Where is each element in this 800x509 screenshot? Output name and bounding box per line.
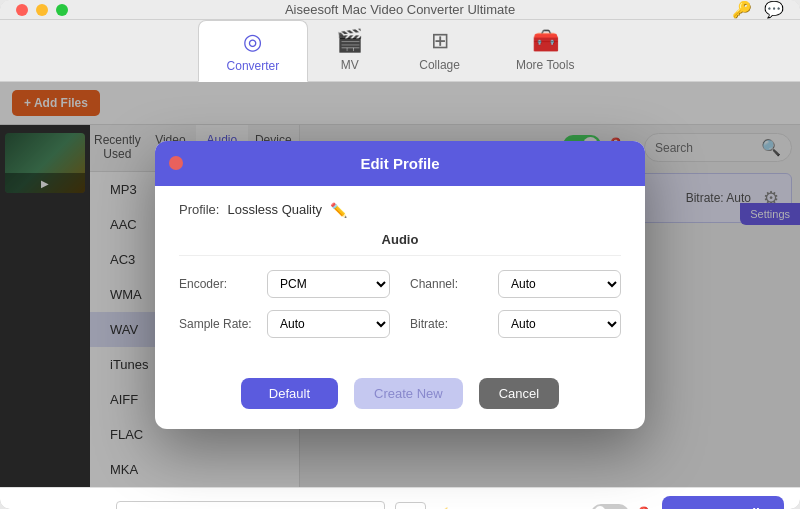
bitrate-label: Bitrate: <box>410 317 490 331</box>
modal-footer: Default Create New Cancel <box>155 378 645 429</box>
collage-icon: ⊞ <box>431 28 449 54</box>
form-grid: Encoder: PCM Channel: Auto <box>179 270 621 338</box>
channel-label: Channel: <box>410 277 490 291</box>
faster-conversion: ⚡ 120x Faster Conversion OFF ❓ <box>436 504 651 509</box>
bitrate-select[interactable]: Auto <box>498 310 621 338</box>
default-button[interactable]: Default <box>241 378 338 409</box>
traffic-lights <box>16 4 68 16</box>
key-icon[interactable]: 🔑 <box>732 0 752 19</box>
modal-title: Edit Profile <box>360 155 439 172</box>
sample-rate-label: Sample Rate: <box>179 317 259 331</box>
converter-icon: ◎ <box>243 29 262 55</box>
tab-collage[interactable]: ⊞ Collage <box>391 20 488 81</box>
title-icons: 🔑 💬 <box>732 0 784 19</box>
channel-select[interactable]: Auto <box>498 270 621 298</box>
modal-body: Profile: Lossless Quality ✏️ Audio Encod… <box>155 186 645 378</box>
tab-converter-label: Converter <box>227 59 280 73</box>
message-icon[interactable]: 💬 <box>764 0 784 19</box>
output-format-row: Output Format: WAV-Lossless Quality 📷 ⚡ … <box>16 496 784 509</box>
modal-header: Edit Profile <box>155 141 645 186</box>
edit-profile-modal: Edit Profile Profile: Lossless Quality ✏… <box>155 141 645 429</box>
profile-name: Lossless Quality <box>227 202 322 217</box>
sample-rate-row: Sample Rate: Auto <box>179 310 390 338</box>
tab-converter[interactable]: ◎ Converter <box>198 20 309 82</box>
audio-section-title: Audio <box>179 232 621 256</box>
title-bar: Aiseesoft Mac Video Converter Ultimate 🔑… <box>0 0 800 20</box>
modal-overlay: Edit Profile Profile: Lossless Quality ✏… <box>0 82 800 487</box>
profile-label: Profile: <box>179 202 219 217</box>
tab-more-tools-label: More Tools <box>516 58 574 72</box>
snapshot-button[interactable]: 📷 <box>395 502 426 509</box>
bitrate-row: Bitrate: Auto <box>410 310 621 338</box>
cancel-button[interactable]: Cancel <box>479 378 559 409</box>
faster-toggle[interactable]: OFF <box>591 504 629 509</box>
encoder-row: Encoder: PCM <box>179 270 390 298</box>
maximize-button[interactable] <box>56 4 68 16</box>
profile-row: Profile: Lossless Quality ✏️ <box>179 202 621 218</box>
more-tools-icon: 🧰 <box>532 28 559 54</box>
close-button[interactable] <box>16 4 28 16</box>
edit-pen-icon[interactable]: ✏️ <box>330 202 347 218</box>
tab-more-tools[interactable]: 🧰 More Tools <box>488 20 602 81</box>
modal-close-button[interactable] <box>169 156 183 170</box>
convert-all-button[interactable]: Convert All <box>662 496 784 509</box>
sample-rate-select[interactable]: Auto <box>267 310 390 338</box>
tab-collage-label: Collage <box>419 58 460 72</box>
encoder-label: Encoder: <box>179 277 259 291</box>
main-window: Aiseesoft Mac Video Converter Ultimate 🔑… <box>0 0 800 509</box>
bottom-bar: Output Format: WAV-Lossless Quality 📷 ⚡ … <box>0 487 800 509</box>
create-new-button[interactable]: Create New <box>354 378 463 409</box>
nav-tabs: ◎ Converter 🎬 MV ⊞ Collage 🧰 More Tools <box>0 20 800 82</box>
output-format-select[interactable]: WAV-Lossless Quality <box>116 501 385 509</box>
window-title: Aiseesoft Mac Video Converter Ultimate <box>285 2 515 17</box>
tab-mv-label: MV <box>341 58 359 72</box>
minimize-button[interactable] <box>36 4 48 16</box>
mv-icon: 🎬 <box>336 28 363 54</box>
encoder-select[interactable]: PCM <box>267 270 390 298</box>
channel-row: Channel: Auto <box>410 270 621 298</box>
main-content: + Add Files ▶ Recently Used Vi <box>0 82 800 487</box>
tab-mv[interactable]: 🎬 MV <box>308 20 391 81</box>
